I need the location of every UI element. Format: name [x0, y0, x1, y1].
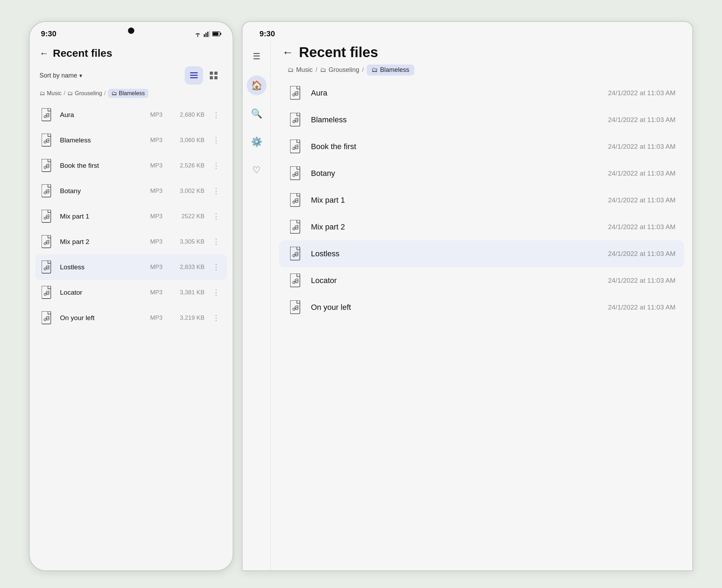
more-options-button[interactable]: ⋮ [209, 236, 223, 248]
tablet-file-row[interactable]: Botany 24/1/2022 at 11:03 AM [279, 160, 684, 187]
svg-point-46 [44, 243, 46, 245]
tablet-file-list: Aura 24/1/2022 at 11:03 AM Blameless 24/… [271, 80, 692, 570]
audio-file-icon [42, 210, 53, 223]
more-options-button[interactable]: ⋮ [209, 134, 223, 146]
svg-rect-4 [209, 31, 210, 37]
camera-dot [128, 27, 134, 34]
tablet-file-row[interactable]: Mix part 1 24/1/2022 at 11:03 AM [279, 187, 684, 214]
svg-line-104 [295, 225, 298, 226]
list-view-button[interactable] [185, 66, 203, 85]
svg-point-94 [293, 201, 295, 203]
folder-icon: 🗂 [39, 90, 45, 97]
sort-button[interactable]: Sort by name ▾ [39, 72, 82, 79]
breadcrumb-music[interactable]: 🗂 Music [39, 90, 62, 97]
tablet-file-row[interactable]: Lostless 24/1/2022 at 11:03 AM [279, 240, 684, 267]
tablet-folder-icon-2: 🗂 [320, 66, 326, 74]
svg-line-50 [46, 240, 49, 241]
svg-point-83 [296, 147, 298, 149]
tablet-file-row[interactable]: Aura 24/1/2022 at 11:03 AM [279, 80, 684, 106]
nav-search-button[interactable]: 🔍 [247, 104, 267, 123]
svg-rect-3 [207, 32, 208, 37]
file-icon-wrap [39, 209, 55, 224]
more-options-button[interactable]: ⋮ [209, 261, 223, 273]
tablet-file-icon-wrap [288, 247, 305, 261]
file-row[interactable]: Lostless MP3 2,833 KB ⋮ [35, 255, 227, 280]
tablet-file-row[interactable]: Book the first 24/1/2022 at 11:03 AM [279, 133, 684, 160]
svg-point-119 [296, 307, 298, 310]
file-icon-wrap [39, 107, 55, 123]
svg-point-71 [296, 93, 298, 95]
tablet-file-row[interactable]: Locator 24/1/2022 at 11:03 AM [279, 267, 684, 294]
folder-icon-2: 🗂 [67, 90, 73, 97]
file-row[interactable]: On your left MP3 3,219 KB ⋮ [35, 305, 227, 331]
more-options-button[interactable]: ⋮ [209, 210, 223, 222]
file-row[interactable]: Mix part 1 MP3 2522 KB ⋮ [35, 204, 227, 229]
tablet-file-name: Mix part 1 [311, 196, 602, 205]
file-row[interactable]: Locator MP3 3,381 KB ⋮ [35, 280, 227, 305]
tablet-bc-music[interactable]: 🗂 Music [288, 66, 313, 74]
breadcrumb-music-label: Music [47, 90, 62, 97]
tablet-mockup: 9:30 ☰ 🏠 🔍 ⚙️ ♡ ← Recent files [242, 21, 693, 571]
tablet-bc-grouseling-label: Grouseling [329, 66, 359, 74]
svg-rect-6 [213, 32, 219, 36]
file-row[interactable]: Book the first MP3 2,526 KB ⋮ [35, 153, 227, 178]
tablet-file-name: Book the first [311, 142, 602, 151]
file-name: On your left [60, 314, 145, 322]
more-options-button[interactable]: ⋮ [209, 287, 223, 299]
phone-file-list: Aura MP3 2,680 KB ⋮ Blameless MP3 3,060 … [30, 102, 233, 570]
tablet-bc-sep-2: / [362, 66, 364, 74]
svg-rect-8 [190, 72, 198, 73]
svg-line-122 [295, 306, 298, 306]
svg-point-88 [293, 174, 295, 176]
file-row[interactable]: Blameless MP3 3,060 KB ⋮ [35, 128, 227, 153]
file-name: Locator [60, 289, 145, 296]
more-options-button[interactable]: ⋮ [209, 109, 223, 121]
svg-line-74 [295, 91, 298, 92]
breadcrumb-blameless[interactable]: 🗂 Blameless [108, 89, 148, 98]
tablet-bc-blameless[interactable]: 🗂 Blameless [367, 65, 414, 75]
svg-line-20 [46, 113, 49, 114]
file-row[interactable]: Aura MP3 2,680 KB ⋮ [35, 102, 227, 128]
tablet-back-button[interactable]: ← [282, 46, 293, 59]
file-size: 2522 KB [173, 213, 204, 220]
nav-settings-button[interactable]: ⚙️ [247, 132, 267, 152]
file-row[interactable]: Botany MP3 3,002 KB ⋮ [35, 178, 227, 204]
svg-point-47 [47, 242, 49, 244]
side-nav: ☰ 🏠 🔍 ⚙️ ♡ [243, 40, 271, 570]
phone-content: ← Recent files Sort by name ▾ [30, 40, 233, 570]
grid-view-button[interactable] [204, 66, 223, 85]
svg-rect-1 [204, 34, 205, 37]
tablet-file-date: 24/1/2022 at 11:03 AM [608, 170, 675, 177]
tablet-file-row[interactable]: Blameless 24/1/2022 at 11:03 AM [279, 106, 684, 133]
file-size: 3,219 KB [173, 314, 204, 321]
tablet-file-icon-wrap [288, 300, 305, 314]
file-icon-wrap [39, 133, 55, 148]
nav-home-button[interactable]: 🏠 [247, 75, 267, 95]
more-options-button[interactable]: ⋮ [209, 185, 223, 197]
file-name: Botany [60, 187, 145, 195]
tablet-bc-grouseling[interactable]: 🗂 Grouseling [320, 66, 359, 74]
svg-point-112 [293, 281, 295, 283]
svg-rect-9 [190, 75, 198, 76]
wifi-icon [194, 31, 202, 37]
tablet-file-icon-wrap [288, 166, 305, 180]
back-button[interactable]: ← [39, 48, 49, 59]
file-row[interactable]: Mix part 2 MP3 3,305 KB ⋮ [35, 229, 227, 255]
tablet-file-name: Lostless [311, 249, 602, 258]
more-options-button[interactable]: ⋮ [209, 312, 223, 324]
audio-file-icon [42, 134, 53, 147]
file-type: MP3 [150, 264, 168, 271]
tablet-page-title: Recent files [299, 44, 378, 60]
tablet-file-name: Locator [311, 276, 602, 285]
tablet-audio-file-icon [290, 166, 302, 180]
svg-line-92 [295, 172, 298, 172]
tablet-file-date: 24/1/2022 at 11:03 AM [608, 143, 675, 151]
nav-favorites-button[interactable]: ♡ [247, 160, 267, 180]
file-icon-wrap [39, 285, 55, 300]
tablet-file-row[interactable]: On your left 24/1/2022 at 11:03 AM [279, 294, 684, 321]
breadcrumb-grouseling[interactable]: 🗂 Grouseling [67, 90, 102, 97]
tablet-file-icon-wrap [288, 140, 305, 154]
more-options-button[interactable]: ⋮ [209, 160, 223, 172]
hamburger-button[interactable]: ☰ [250, 49, 263, 64]
tablet-file-row[interactable]: Mix part 2 24/1/2022 at 11:03 AM [279, 214, 684, 240]
